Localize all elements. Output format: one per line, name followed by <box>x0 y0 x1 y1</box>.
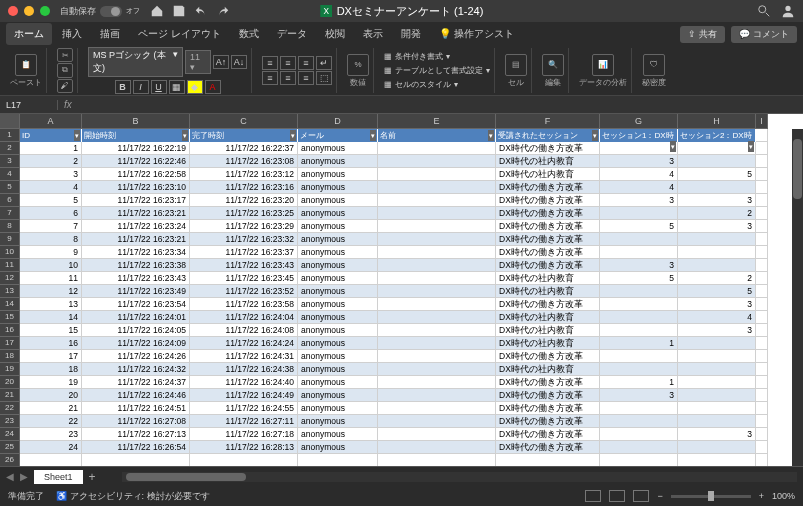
paste-icon[interactable]: 📋 <box>15 54 37 76</box>
cell[interactable]: 2 <box>678 272 756 285</box>
cell[interactable]: 4 <box>600 168 678 181</box>
cell[interactable] <box>378 220 496 233</box>
cell[interactable]: 11/17/22 16:22:58 <box>82 168 190 181</box>
cell[interactable] <box>756 311 768 324</box>
row-header[interactable]: 1 <box>0 129 20 142</box>
row-header[interactable]: 10 <box>0 246 20 259</box>
cell[interactable] <box>378 285 496 298</box>
cell[interactable] <box>600 363 678 376</box>
wrap-text-icon[interactable]: ↵ <box>316 56 332 70</box>
cell[interactable]: 18 <box>20 363 82 376</box>
cell[interactable]: 11/17/22 16:27:11 <box>190 415 298 428</box>
zoom-slider[interactable] <box>671 495 751 498</box>
cell[interactable] <box>378 272 496 285</box>
close-icon[interactable] <box>8 6 18 16</box>
cell[interactable]: 2 <box>20 155 82 168</box>
cell[interactable]: 11/17/22 16:24:55 <box>190 402 298 415</box>
zoom-out-button[interactable]: − <box>657 491 662 501</box>
row-header[interactable]: 3 <box>0 155 20 168</box>
cell[interactable]: 3 <box>678 220 756 233</box>
row-header[interactable]: 9 <box>0 233 20 246</box>
undo-icon[interactable] <box>194 4 208 18</box>
cell[interactable] <box>600 324 678 337</box>
switch-icon[interactable] <box>100 6 122 17</box>
tab-layout[interactable]: ページ レイアウト <box>130 23 229 45</box>
italic-button[interactable]: I <box>133 80 149 94</box>
row-header[interactable]: 14 <box>0 298 20 311</box>
tab-review[interactable]: 校閲 <box>317 23 353 45</box>
tab-home[interactable]: ホーム <box>6 23 52 45</box>
cell[interactable] <box>20 454 82 466</box>
cell[interactable]: anonymous <box>298 155 378 168</box>
cell[interactable]: 5 <box>600 220 678 233</box>
sheet-tab[interactable]: Sheet1 <box>34 470 83 484</box>
cell[interactable] <box>378 363 496 376</box>
autosave-toggle[interactable]: 自動保存 オフ <box>60 5 140 18</box>
cell[interactable] <box>378 324 496 337</box>
cell[interactable]: anonymous <box>298 142 378 155</box>
cell[interactable] <box>756 207 768 220</box>
cell[interactable]: 15 <box>20 324 82 337</box>
cell[interactable]: 4 <box>600 181 678 194</box>
cell[interactable] <box>378 428 496 441</box>
tab-dev[interactable]: 開発 <box>393 23 429 45</box>
cell[interactable] <box>756 181 768 194</box>
column-header[interactable]: D <box>298 114 378 129</box>
cell[interactable] <box>378 168 496 181</box>
table-column-header[interactable]: 名前 <box>378 129 496 142</box>
cell[interactable] <box>756 246 768 259</box>
search-icon[interactable] <box>757 4 771 18</box>
cell[interactable] <box>600 207 678 220</box>
cell[interactable]: 24 <box>20 441 82 454</box>
cell[interactable] <box>378 155 496 168</box>
cell[interactable]: DX時代の働き方改革 <box>496 428 600 441</box>
column-header[interactable]: F <box>496 114 600 129</box>
cell[interactable] <box>600 350 678 363</box>
cell[interactable]: 17 <box>20 350 82 363</box>
tab-insert[interactable]: 挿入 <box>54 23 90 45</box>
cell[interactable]: 11/17/22 16:23:52 <box>190 285 298 298</box>
cell[interactable]: 8 <box>20 233 82 246</box>
column-header[interactable]: C <box>190 114 298 129</box>
cell[interactable]: 4 <box>678 311 756 324</box>
cell[interactable]: 11/17/22 16:28:13 <box>190 441 298 454</box>
cell-style-button[interactable]: ▦ セルのスタイル ▾ <box>384 78 458 91</box>
cell[interactable] <box>756 194 768 207</box>
cell[interactable]: 3 <box>678 324 756 337</box>
cell[interactable]: DX時代の働き方改革 <box>496 207 600 220</box>
cell[interactable]: anonymous <box>298 415 378 428</box>
font-name-select[interactable]: MS Pゴシック (本文)▾ <box>88 47 183 77</box>
cell[interactable]: 11/17/22 16:23:12 <box>190 168 298 181</box>
cell[interactable] <box>678 259 756 272</box>
cell[interactable] <box>378 350 496 363</box>
cell[interactable] <box>756 259 768 272</box>
cell[interactable] <box>378 233 496 246</box>
cell[interactable]: 11/17/22 16:27:13 <box>82 428 190 441</box>
cell[interactable]: 11/17/22 16:23:10 <box>82 181 190 194</box>
cell[interactable] <box>756 350 768 363</box>
fill-color-button[interactable]: ◆ <box>187 80 203 94</box>
cell[interactable]: DX時代の社内教育 <box>496 168 600 181</box>
cell[interactable]: 11/17/22 16:23:43 <box>82 272 190 285</box>
cell[interactable]: DX時代の働き方改革 <box>496 415 600 428</box>
cell[interactable]: 11/17/22 16:23:38 <box>82 259 190 272</box>
cell[interactable]: 11/17/22 16:27:08 <box>82 415 190 428</box>
align-right-icon[interactable]: ≡ <box>298 71 314 85</box>
row-header[interactable]: 5 <box>0 181 20 194</box>
cell[interactable] <box>82 454 190 466</box>
comments-button[interactable]: 💬 コメント <box>731 26 797 43</box>
cell[interactable] <box>756 415 768 428</box>
row-header[interactable]: 22 <box>0 402 20 415</box>
cell[interactable]: 11/17/22 16:23:43 <box>190 259 298 272</box>
cell[interactable]: 11 <box>20 272 82 285</box>
cell[interactable]: 11/17/22 16:23:21 <box>82 207 190 220</box>
cell[interactable]: 11/17/22 16:24:46 <box>82 389 190 402</box>
cell[interactable] <box>378 389 496 402</box>
spreadsheet-grid[interactable]: ABCDEFGHI1ID開始時刻完了時刻メール名前受講されたセッションセッション… <box>0 114 803 466</box>
analysis-icon[interactable]: 📊 <box>592 54 614 76</box>
cell[interactable]: 3 <box>600 389 678 402</box>
format-painter-icon[interactable]: 🖌 <box>57 79 73 93</box>
cell[interactable]: anonymous <box>298 428 378 441</box>
cell[interactable]: DX時代の社内教育 <box>496 285 600 298</box>
cell[interactable] <box>678 155 756 168</box>
